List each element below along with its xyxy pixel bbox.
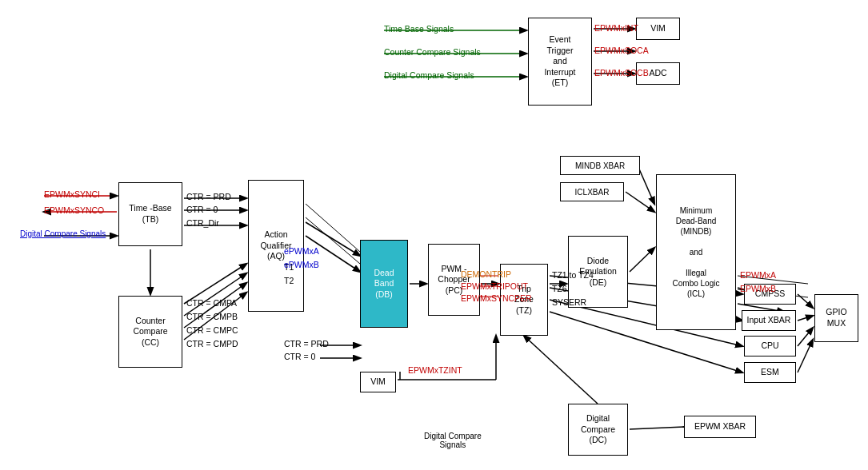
cpu-block: CPU — [744, 336, 796, 356]
svg-line-14 — [306, 204, 360, 252]
mindb-xbar-block: MINDB XBAR — [560, 156, 640, 175]
epwmx-syncper-label: EPWMxSYNCPER — [461, 293, 532, 303]
ctr-prd-bottom-label: CTR = PRD — [284, 339, 329, 349]
epwmxa-out-label: ePWMxA — [284, 246, 319, 256]
ctr-prd-top-label: CTR = PRD — [186, 192, 231, 201]
gpio-mux-block: GPIOMUX — [814, 294, 858, 342]
event-trigger-block: EventTriggerandInterrupt(ET) — [528, 18, 592, 106]
ctr-cmpa-label: CTR = CMPA — [186, 298, 237, 308]
t2-label: T2 — [284, 276, 294, 285]
time-base-signals-label: Time Base Signals — [384, 24, 454, 34]
demontrip-label: DEMONTRIP — [461, 269, 511, 279]
pwm-chopper-block: PWM -Chopper(PC) — [428, 244, 480, 316]
ctr-cmpb-label: CTR = CMPB — [186, 312, 238, 321]
svg-line-44 — [630, 427, 684, 429]
vim-bottom-block: VIM — [360, 372, 396, 392]
svg-line-23 — [630, 248, 654, 272]
epwmx-int-label: EPWMxINT — [594, 23, 638, 33]
svg-line-15 — [306, 217, 360, 264]
svg-line-40 — [798, 294, 813, 308]
esm-block: ESM — [744, 362, 796, 383]
svg-line-42 — [798, 328, 813, 346]
syserr-label: SYSERR — [552, 297, 586, 307]
svg-line-45 — [524, 336, 598, 404]
svg-line-31 — [638, 165, 654, 204]
counter-compare-block: CounterCompare(CC) — [118, 296, 182, 368]
time-base-block: Time -Base(TB) — [118, 182, 182, 246]
epwmx-tripout-label: EPWMxTRIPOUT — [461, 281, 528, 291]
ctr-cmpc-label: CTR = CMPC — [186, 325, 238, 335]
counter-compare-signals-label: Counter Compare Signals — [384, 47, 481, 57]
iclxbar-block: ICLXBAR — [560, 182, 624, 201]
dig-compare-signals-bottom-label: Digital CompareSignals — [424, 432, 482, 449]
dig-compare-signals-left-label: Digital Compare Signals — [20, 229, 106, 238]
ctr-0-bottom-label: CTR = 0 — [284, 352, 315, 361]
epwmx-soca-label: EPWMxSOCA — [594, 46, 649, 55]
dead-band-block: DeadBand(DB) — [360, 240, 408, 328]
digital-compare-block: DigitalCompare(DC) — [568, 404, 628, 456]
svg-line-32 — [626, 192, 654, 212]
input-xbar-block: Input XBAR — [742, 310, 796, 331]
ctr-0-top-label: CTR = 0 — [186, 205, 218, 214]
epwmx-tzint-label: EPWMxTZINT — [408, 365, 462, 375]
epwmx-synci-label: EPWMxSYNCI — [44, 189, 100, 199]
epwmxb-out-label: ePWMxB — [284, 260, 319, 269]
epwmxb-final-label: EPWMxB — [740, 284, 776, 293]
svg-line-41 — [798, 316, 813, 321]
svg-line-17 — [184, 273, 246, 316]
digital-compare-signals-top-label: Digital Compare Signals — [384, 70, 474, 80]
tz6-label: TZ6 — [552, 284, 567, 293]
tz1-tz4-label: TZ1 to TZ4 — [552, 270, 594, 280]
mindb-block: MinimumDead-Band(MINDB)andIllegalCombo L… — [656, 174, 736, 330]
epwmxa-final-label: EPWMxA — [740, 270, 776, 280]
vim-top-block: VIM — [636, 18, 680, 40]
epwm-xbar-block: EPWM XBAR — [684, 416, 756, 438]
svg-line-43 — [798, 340, 813, 372]
ctr-cmpd-label: CTR = CMPD — [186, 339, 238, 349]
epwmx-synco-label: EPWMxSYNCO — [44, 205, 104, 215]
ctr-dir-label: CTR_Dir — [186, 218, 219, 228]
epwmx-socb-label: EPWMxSOCB — [594, 68, 649, 78]
epwm-block-diagram: EventTriggerandInterrupt(ET) VIM ADC Tim… — [0, 0, 868, 470]
